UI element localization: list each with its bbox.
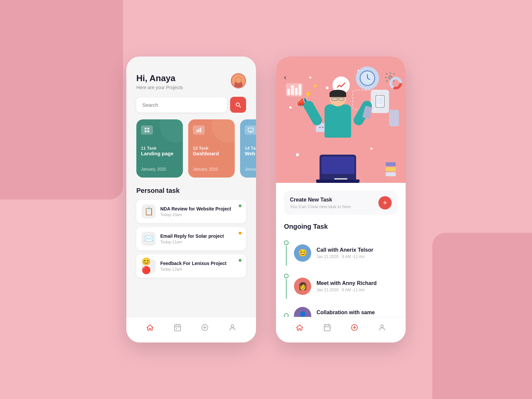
project-card-1[interactable]: 13 Task Dashboard January, 2020 (188, 119, 235, 178)
search-icon (235, 101, 241, 108)
nav-home[interactable] (145, 323, 155, 332)
timeline-0 (284, 240, 289, 266)
right-nav-calendar[interactable] (322, 323, 332, 332)
ongoing-avatar-2: 👤 (294, 307, 311, 317)
project-name-2: Web Page (245, 151, 256, 156)
task-title-0: NDA Review for Website Project (160, 206, 231, 211)
phones-container: Hi, Anaya Here are your Projects (126, 57, 406, 342)
lightning-icon-2: ⚡ (313, 83, 318, 88)
donut-svg (389, 76, 402, 90)
timeline-circle-1 (284, 274, 289, 278)
nav-profile[interactable] (227, 323, 237, 332)
task-time-1: Today-11am (160, 240, 224, 244)
card-date-0: January, 2020 (141, 167, 178, 172)
card-date-2: January, 2 (245, 167, 256, 172)
svg-rect-18 (324, 325, 330, 331)
timeline-2 (284, 313, 289, 317)
greeting-main: Hi, Anaya (136, 73, 183, 83)
trend-svg (336, 80, 346, 90)
search-button[interactable] (230, 97, 246, 113)
timeline-line-0 (286, 246, 287, 266)
task-count-2: 14 Task (245, 146, 256, 151)
create-task-text: Create New Task You Can Creat new task i… (290, 197, 352, 209)
ongoing-task-datetime-1: Jan 21,2020 . 9 AM -11 Am (317, 288, 377, 292)
task-title-2: Feedback For Lenixus Project (160, 261, 226, 266)
ongoing-item-0[interactable]: 😊 Call with Anerix Telsor Jan 21,2020 . … (284, 236, 398, 270)
task-icon-1: ✉️ (142, 232, 156, 246)
avatar-face (232, 74, 245, 87)
task-count-1: 13 Task (193, 146, 230, 151)
scatter-dot (289, 106, 292, 109)
home-icon (146, 324, 154, 332)
project-card-0[interactable]: 11 Task Landing page January, 2020 (136, 119, 183, 178)
right-phone-bottom-nav (276, 317, 406, 342)
greeting: Hi, Anaya Here are your Projects (136, 73, 183, 90)
task-count-0: 11 Task (141, 146, 178, 151)
create-task-subtitle: You Can Creat new task in here. (290, 204, 352, 209)
create-task-button[interactable]: + (378, 196, 392, 209)
search-bar (126, 97, 256, 113)
ongoing-avatar-0: 😊 (294, 244, 311, 262)
ongoing-item-2[interactable]: 👤 Collabration with same Jan 21,2020 . 2… (284, 303, 398, 317)
task-icon-2: 😊🔴 (142, 259, 156, 273)
calendar-icon (174, 324, 182, 332)
donut-chart-icon (389, 76, 402, 90)
timeline-line-1 (286, 279, 287, 299)
add-icon (201, 324, 209, 332)
task-title-1: Email Reply for Solar project (160, 233, 224, 239)
ongoing-task-name-1: Meet with Anny Richard (317, 280, 377, 286)
project-name-0: Landing page (141, 151, 178, 156)
task-time-0: Today-10am (160, 212, 231, 217)
timeline-circle-2 (284, 313, 289, 317)
right-phone-content: Create New Task You Can Creat new task i… (276, 183, 406, 317)
person-arm-left (302, 99, 324, 127)
clock-svg (359, 70, 376, 86)
svg-rect-6 (200, 128, 201, 132)
ongoing-item-1[interactable]: 👩 Meet with Anny Richard Jan 21,2020 . 9… (284, 270, 398, 303)
ongoing-section: Ongoing Task 😊 Call with Anerix Telsor J… (284, 223, 398, 317)
create-task-card[interactable]: Create New Task You Can Creat new task i… (284, 191, 398, 215)
timeline-circle-0 (284, 240, 289, 245)
ongoing-task-name-0: Call with Anerix Telsor (317, 247, 373, 253)
task-dot-2 (239, 259, 241, 262)
project-card-2[interactable]: 14 Task Web Page January, 2 (240, 119, 256, 178)
bg-rect-left (0, 0, 123, 200)
home-icon-right (296, 324, 304, 332)
profile-icon (228, 324, 236, 332)
chart-bar (295, 88, 298, 95)
card-date-1: January, 2020 (193, 167, 230, 172)
chart-bar (287, 89, 290, 95)
clock-float-icon (356, 66, 379, 90)
right-nav-add[interactable] (349, 323, 359, 332)
books-stack (386, 162, 396, 176)
nav-add[interactable] (200, 323, 210, 332)
person-torso (325, 104, 351, 138)
svg-rect-5 (199, 129, 200, 132)
nav-calendar[interactable] (173, 323, 183, 332)
back-button[interactable]: ‹ (284, 73, 286, 82)
create-task-title: Create New Task (290, 197, 352, 203)
right-nav-home[interactable] (295, 323, 305, 332)
calendar-icon-right (323, 324, 331, 332)
svg-rect-0 (145, 128, 146, 129)
card-icon-0 (141, 125, 153, 135)
left-phone: Hi, Anaya Here are your Projects (126, 57, 256, 342)
monitor-icon (248, 127, 254, 133)
task-item-1[interactable]: ✉️ Email Reply for Solar project Today-1… (136, 227, 246, 250)
person-illustration (308, 90, 368, 183)
ongoing-list: 😊 Call with Anerix Telsor Jan 21,2020 . … (284, 236, 398, 317)
ongoing-task-name-2: Collabration with same (317, 310, 375, 316)
task-item-2[interactable]: 😊🔴 Feedback For Lenixus Project Today-12… (136, 254, 246, 278)
search-input[interactable] (136, 97, 227, 112)
ongoing-info-1: Meet with Anny Richard Jan 21,2020 . 9 A… (317, 280, 377, 292)
task-icon-0: 📋 (142, 204, 156, 218)
scatter-dot (370, 148, 372, 150)
person-head (330, 90, 346, 106)
svg-point-20 (381, 325, 383, 328)
task-item-0[interactable]: 📋 NDA Review for Website Project Today-1… (136, 200, 246, 223)
phone-mini-float-icon (389, 110, 399, 126)
svg-rect-1 (148, 128, 149, 129)
left-phone-header: Hi, Anaya Here are your Projects (126, 57, 256, 97)
right-nav-profile[interactable] (377, 323, 387, 332)
person-hair (330, 90, 346, 97)
